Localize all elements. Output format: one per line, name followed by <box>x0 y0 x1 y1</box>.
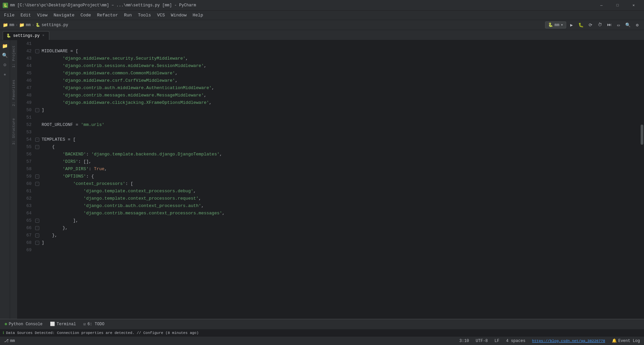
sidebar-icon-search[interactable]: 🔍 <box>1 51 9 60</box>
menu-tools[interactable]: Tools <box>135 12 154 19</box>
fold-60[interactable]: − <box>34 182 40 186</box>
bottom-tab-todo[interactable]: ☑ 6: TODO <box>80 320 108 328</box>
breadcrumb-mm-folder[interactable]: 📁 mm <box>3 22 14 28</box>
fold-icon-55[interactable]: − <box>35 145 39 149</box>
tab-settings-py[interactable]: 🐍 settings.py × <box>3 31 49 40</box>
debug-button[interactable]: 🐛 <box>577 21 585 29</box>
profile-button[interactable]: ⏱ <box>596 21 604 29</box>
code-line-42[interactable]: MIDDLEWARE = [ <box>40 48 78 55</box>
code-line-54[interactable]: TEMPLATES = [ <box>40 136 75 143</box>
fold-icon-66[interactable]: − <box>35 226 39 230</box>
fold-68[interactable]: − <box>34 241 40 245</box>
fold-66[interactable]: − <box>34 226 40 230</box>
menu-vcs[interactable]: VCS <box>154 12 167 19</box>
fold-icon-50[interactable]: − <box>35 108 39 112</box>
code-line-49[interactable]: 'django.middleware.clickjacking.XFrameOp… <box>40 99 212 107</box>
run-config-selector[interactable]: 🐍 mm ▾ <box>545 21 566 28</box>
code-line-59[interactable]: 'OPTIONS': { <box>40 173 94 180</box>
code-line-52[interactable]: ROOT_URLCONF = 'mm.urls' <box>40 121 104 129</box>
fold-icon-60[interactable]: − <box>35 182 39 186</box>
fold-54[interactable]: − <box>34 138 40 142</box>
minimize-button[interactable]: — <box>594 0 609 11</box>
code-line-60[interactable]: 'context_processors': [ <box>40 180 133 188</box>
stop-button[interactable]: ▭ <box>614 21 623 29</box>
fold-icon-54[interactable]: − <box>35 138 39 142</box>
code-line-47[interactable]: 'django.contrib.auth.middleware.Authenti… <box>40 84 214 92</box>
line-num-43: 43 <box>17 55 34 62</box>
settings-icon[interactable]: ⚙ <box>633 21 641 29</box>
code-line-68[interactable]: ] <box>40 239 44 247</box>
sidebar-icon-favorites[interactable]: ★ <box>1 70 9 78</box>
status-line-sep[interactable]: LF <box>493 338 500 344</box>
code-line-53[interactable] <box>40 129 44 136</box>
code-line-66[interactable]: }, <box>40 224 68 232</box>
scrollbar-thumb[interactable] <box>641 125 643 145</box>
bottom-tab-python-console[interactable]: Python Console <box>1 321 46 328</box>
menu-file[interactable]: File <box>1 12 17 19</box>
status-git[interactable]: ⎇ mm <box>3 338 16 344</box>
line-row-57: 57 'DIRS': [], <box>17 158 225 165</box>
fold-42[interactable]: − <box>34 49 40 53</box>
maximize-button[interactable]: □ <box>610 0 625 11</box>
code-line-51[interactable] <box>40 114 44 121</box>
code-line-62[interactable]: 'django.template.context_processors.requ… <box>40 195 201 202</box>
menu-edit[interactable]: Edit <box>18 12 34 19</box>
fold-icon-65[interactable]: − <box>35 219 39 223</box>
breadcrumb-mm-subfolder[interactable]: 📁 mm <box>19 22 31 28</box>
code-line-61[interactable]: 'django.template.context_processors.debu… <box>40 188 196 195</box>
menu-navigate[interactable]: Navigate <box>51 12 77 19</box>
code-line-44[interactable]: 'django.contrib.sessions.middleware.Sess… <box>40 62 207 70</box>
code-line-48[interactable]: 'django.contrib.messages.middleware.Mess… <box>40 92 207 99</box>
code-line-64[interactable]: 'django.contrib.messages.context_process… <box>40 210 225 217</box>
close-button[interactable]: ✕ <box>626 0 641 11</box>
vertical-tab-structure[interactable]: 3: Structure <box>11 116 16 147</box>
code-line-46[interactable]: 'django.middleware.csrf.CsrfViewMiddlewa… <box>40 77 178 84</box>
fold-65[interactable]: − <box>34 219 40 223</box>
menu-view[interactable]: View <box>34 12 50 19</box>
run-button[interactable]: ▶ <box>568 21 576 29</box>
menu-code[interactable]: Code <box>78 12 94 19</box>
status-indent[interactable]: 4 spaces <box>505 338 527 344</box>
status-link[interactable]: https://blog.csdn.net/qq_38226778 <box>531 338 606 344</box>
code-line-63[interactable]: 'django.contrib.auth.context_processors.… <box>40 202 204 210</box>
find-button[interactable]: 🔍 <box>624 21 632 29</box>
code-line-43[interactable]: 'django.middleware.security.SecurityMidd… <box>40 55 188 62</box>
status-position[interactable]: 3:10 <box>458 338 471 344</box>
coverage-button[interactable]: ⟳ <box>586 21 594 29</box>
status-event-log[interactable]: 🔔 Event Log <box>610 338 641 344</box>
code-line-41[interactable] <box>40 40 44 48</box>
tab-close-button[interactable]: × <box>42 33 45 38</box>
scrollbar-track[interactable] <box>640 40 644 319</box>
code-line-45[interactable]: 'django.middleware.common.CommonMiddlewa… <box>40 70 178 77</box>
code-line-50[interactable]: ] <box>40 107 44 114</box>
fold-icon-42[interactable]: − <box>35 49 39 53</box>
code-line-55[interactable]: { <box>40 143 55 151</box>
vertical-tab-project[interactable]: 1: Project <box>11 43 16 70</box>
code-line-67[interactable]: }, <box>40 232 57 239</box>
code-line-69[interactable] <box>40 247 44 254</box>
vertical-tab-favorites[interactable]: 2: Favorites <box>11 77 16 109</box>
sidebar-icon-settings[interactable]: ⚙ <box>1 60 9 69</box>
menu-run[interactable]: Run <box>121 12 135 19</box>
fold-55[interactable]: − <box>34 145 40 149</box>
menu-help[interactable]: Help <box>190 12 206 19</box>
fold-icon-68[interactable]: − <box>35 241 39 245</box>
status-encoding[interactable]: UTF-8 <box>474 338 489 344</box>
fold-icon-59[interactable]: − <box>35 175 39 179</box>
bottom-tab-terminal[interactable]: ⬜ Terminal <box>47 320 79 328</box>
fold-50[interactable]: − <box>34 108 40 112</box>
code-line-65[interactable]: ], <box>40 217 78 224</box>
event-log-label: Event Log <box>618 339 640 343</box>
fold-59[interactable]: − <box>34 175 40 179</box>
line-row-54: 54 − TEMPLATES = [ <box>17 136 225 143</box>
fold-icon-67[interactable]: − <box>35 233 39 237</box>
fold-67[interactable]: − <box>34 233 40 237</box>
code-line-58[interactable]: 'APP_DIRS': True, <box>40 165 107 173</box>
run-with-coverage-button[interactable]: ⏭ <box>605 21 613 29</box>
code-line-56[interactable]: 'BACKEND': 'django.template.backends.dja… <box>40 151 222 158</box>
menu-window[interactable]: Window <box>168 12 190 19</box>
code-line-57[interactable]: 'DIRS': [], <box>40 158 91 165</box>
sidebar-icon-project[interactable]: 📁 <box>1 42 9 50</box>
menu-refactor[interactable]: Refactor <box>94 12 120 19</box>
breadcrumb-settings-file[interactable]: 🐍 settings.py <box>36 23 68 27</box>
